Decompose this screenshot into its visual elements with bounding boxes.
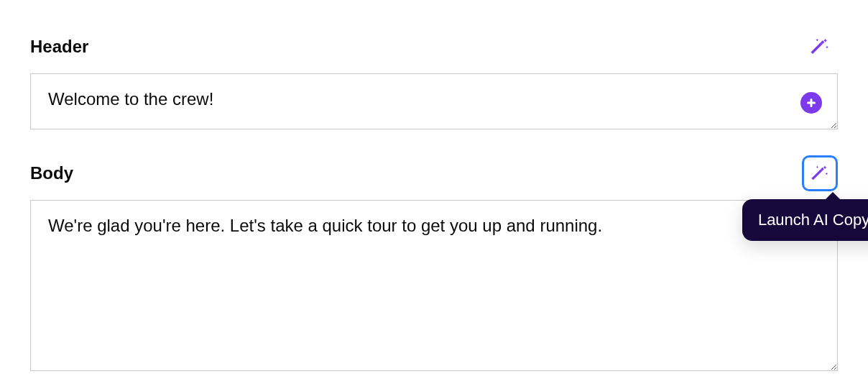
magic-wand-icon	[809, 36, 831, 58]
ai-copywriter-tooltip: Launch AI Copywriter	[742, 199, 868, 241]
header-label-row: Header	[30, 29, 838, 65]
header-ai-wand-button[interactable]	[802, 29, 838, 65]
plus-icon	[805, 97, 817, 109]
body-ai-wand-button[interactable]: Launch AI Copywriter	[802, 155, 838, 191]
svg-rect-1	[807, 102, 816, 104]
header-label: Header	[30, 37, 88, 57]
magic-wand-icon	[810, 163, 830, 183]
body-label-row: Body Launch AI Copywriter	[30, 155, 838, 191]
header-field-group: Header	[30, 29, 838, 132]
body-textarea-wrap	[30, 200, 838, 374]
header-add-button[interactable]	[800, 92, 822, 114]
body-input[interactable]	[30, 200, 838, 371]
header-input[interactable]	[30, 73, 838, 129]
body-label: Body	[30, 163, 73, 183]
body-field-group: Body Launch AI Copywriter	[30, 155, 838, 374]
header-textarea-wrap	[30, 73, 838, 132]
